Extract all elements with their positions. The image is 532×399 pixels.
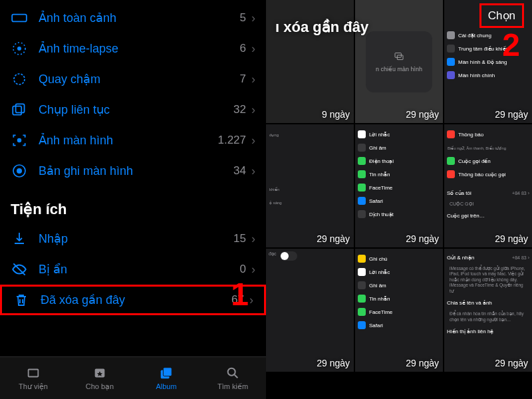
utility-count: 15 [233,232,246,245]
screenrecord-icon [11,162,28,180]
media-item-slomo[interactable]: Quay chậm 7 › [0,64,266,94]
thumb[interactable]: Gửi & nhận+84 83 › iMessage có thể được … [444,249,532,372]
media-item-panorama[interactable]: Ảnh toàn cảnh 5 › [0,3,266,33]
days-remaining: 29 ngày [317,358,350,368]
tab-label: Thư viện [19,382,48,391]
media-label: Chụp liên tục [39,102,233,117]
chevron-right-icon: › [251,11,255,25]
media-label: Quay chậm [39,72,240,86]
days-remaining: 29 ngày [495,358,528,368]
svg-point-8 [17,168,22,174]
svg-rect-5 [16,104,25,112]
thumb[interactable]: dụng khiển ộ sáng 29 ngày [266,124,354,247]
tab-search[interactable]: Tìm kiếm [200,357,266,399]
tab-album[interactable]: Album [133,357,200,399]
svg-point-6 [17,138,22,143]
media-count: 5 [240,11,246,25]
album-icon [158,366,175,380]
media-item-burst[interactable]: Chụp liên tục 32 › [0,94,266,125]
chevron-right-icon: › [251,42,255,56]
burst-icon [11,101,28,118]
thumb[interactable]: Ghi chú Lời nhắc Ghi âm Tin nhắn FaceTim… [355,249,443,372]
annotation-2: 2 [502,27,520,63]
chevron-right-icon: › [251,72,255,86]
days-remaining: 29 ngày [406,233,439,244]
chevron-right-icon: › [249,293,253,307]
svg-point-14 [228,368,235,375]
days-remaining: 29 ngày [495,233,528,244]
days-remaining: 29 ngày [406,358,439,368]
deleted-photos-grid[interactable]: 9 ngày n chiếu màn hình 29 ngày Cài đặt … [266,0,532,399]
tab-bar: Thư viện Cho bạn Album Tìm kiếm [0,356,266,399]
utilities-header: Tiện ích [0,186,266,223]
foryou-icon [91,366,108,380]
slomo-icon [11,70,28,88]
utility-count: 0 [240,263,246,276]
annotation-1: 1 [231,276,249,313]
panorama-icon [11,9,28,27]
chevron-right-icon: › [251,263,255,277]
media-label: Bản ghi màn hình [39,164,233,178]
svg-rect-0 [12,15,27,22]
media-count: 6 [240,42,246,55]
timelapse-icon [11,40,28,57]
media-count: 34 [233,164,246,178]
chevron-right-icon: › [251,134,255,148]
svg-rect-13 [163,368,172,376]
utility-item-import[interactable]: Nhập 15 › [0,223,266,254]
days-remaining: 29 ngày [317,233,350,244]
utility-label: Bị ẩn [39,262,240,277]
utility-item-recently-deleted[interactable]: Đã xóa gần đây 67 › [0,285,266,315]
media-label: Ảnh toàn cảnh [39,11,240,25]
media-item-screenrec[interactable]: Bản ghi màn hình 34 › [0,156,266,186]
media-count: 7 [240,72,246,86]
trash-icon [13,291,30,309]
toggle [280,251,297,261]
thumb[interactable]: Thông báo Biểu ngữ, Âm thanh, Biểu tượng… [444,124,532,247]
svg-rect-10 [29,370,38,376]
utility-label: Nhập [39,231,233,246]
library-icon [25,366,42,380]
media-label: Ảnh màn hình [39,133,217,148]
tab-label: Album [156,382,176,390]
thumb[interactable]: đọc 29 ngày [266,249,354,372]
tab-library[interactable]: Thư viện [0,357,66,399]
tab-foryou[interactable]: Cho bạn [66,357,133,399]
media-count: 1.227 [217,134,246,147]
import-icon [11,230,28,247]
search-icon [224,366,241,380]
chevron-right-icon: › [251,232,255,246]
days-remaining: 29 ngày [406,109,439,120]
chevron-right-icon: › [251,103,255,117]
thumb[interactable]: Lời nhắc Ghi âm Điện thoại Tin nhắn Face… [355,124,443,247]
tab-label: Cho bạn [86,382,114,391]
media-count: 32 [233,103,246,116]
select-button[interactable]: Chọn [479,3,524,28]
svg-rect-4 [13,106,21,115]
screenshot-icon [11,132,28,149]
media-label: Ảnh time-lapse [39,41,240,56]
chevron-right-icon: › [251,164,255,178]
days-remaining: 29 ngày [495,109,528,120]
media-item-timelapse[interactable]: Ảnh time-lapse 6 › [0,33,266,64]
tab-label: Tìm kiếm [217,382,248,391]
utility-label: Đã xóa gần đây [41,293,231,307]
days-remaining: 9 ngày [322,109,350,120]
svg-point-3 [14,74,25,84]
media-item-screenshot[interactable]: Ảnh màn hình 1.227 › [0,125,266,156]
svg-point-2 [17,47,21,51]
utility-item-hidden[interactable]: Bị ẩn 0 › [0,254,266,285]
hidden-icon [11,261,28,278]
screen-mirroring-card: n chiếu màn hình [366,31,432,92]
